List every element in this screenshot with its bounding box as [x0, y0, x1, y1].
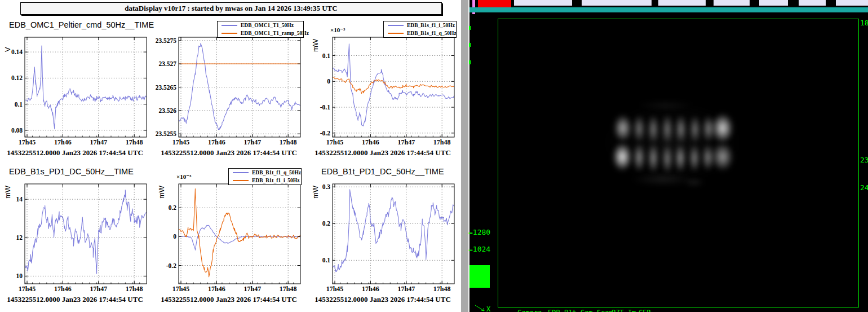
legend-entry: EDB_B1s_f1_i_50Hz — [384, 21, 456, 29]
toolbar-button-red[interactable] — [478, 0, 511, 7]
x-tick-label: 17h45 — [326, 285, 344, 293]
beam-lobe — [612, 142, 632, 172]
x-tick-label: 17h47 — [397, 138, 415, 146]
toolbar-button-lavender[interactable] — [582, 0, 652, 6]
plot-canvas: 0.080.10.120.1417h4517h4617h4717h48V — [0, 17, 154, 147]
camera-scale-label: 23 — [860, 156, 868, 164]
x-tick-label: 17h45 — [172, 138, 190, 146]
y-tick-label: 0.1 — [15, 101, 23, 108]
legend-entry: EDB_OMC1_T1_ramp_50Hz — [218, 29, 303, 37]
y-tick-label: 0.1 — [322, 257, 331, 263]
x-tick-label: 17h45 — [326, 138, 344, 146]
x-tick-label: 17h45 — [19, 138, 36, 146]
plot-canvas: 0.10.20.317h4517h4617h4717h48mW — [308, 164, 462, 293]
legend-label: EDB_OMC1_T1_ramp_50Hz — [241, 30, 309, 36]
plot-legend: EDB_B1s_f1_i_50HzEDB_B1s_f1_q_50Hz — [383, 21, 457, 38]
toolbar-button-lavender[interactable] — [714, 0, 750, 6]
plot-legend: EDB_OMC1_T1_50HzEDB_OMC1_T1_ramp_50Hz — [217, 21, 304, 38]
x-tick-label: 17h48 — [126, 285, 143, 293]
y-tick-label: 14 — [16, 196, 23, 203]
gps-timestamp: 1453225512.0000 Jan23 2026 17:44:54 UTC — [308, 148, 458, 157]
clipped-label-fragment — [469, 60, 471, 64]
plot-canvas: 10121417h4517h4617h4717h48mW — [0, 164, 154, 293]
gps-timestamp: 1453225512.0000 Jan23 2026 17:44:54 UTC — [154, 295, 304, 304]
legend-line-swatch — [388, 25, 404, 26]
y-tick-label: 0.2 — [322, 220, 331, 227]
y-axis-unit-label: mW — [157, 185, 166, 199]
beam-lobe — [662, 143, 673, 174]
legend-line-swatch — [388, 33, 404, 34]
toolbar-button-lavender[interactable] — [514, 0, 572, 6]
clipped-label-fragment — [469, 26, 471, 30]
clipped-label-fragment — [469, 43, 471, 47]
beam-lobe — [662, 113, 673, 145]
y-tick-label: 0.3 — [322, 183, 331, 190]
camera-scale-label: 18 — [860, 19, 868, 27]
beam-lobe — [711, 142, 734, 172]
vertical-scrollbar[interactable] — [461, 0, 470, 312]
plot-EDB_B1s_PD1_DC_50Hz__TIME: EDB_B1s_PD1_DC_50Hz__TIME10121417h4517h4… — [0, 164, 154, 309]
camera-panel: 182324 =1280=1024 X CameraEDB_B1t_Cam_Sc… — [470, 0, 868, 312]
toolbar-button-lavender[interactable] — [799, 0, 826, 6]
toolbar-button-lavender[interactable] — [836, 0, 868, 6]
gps-timestamp: 1453225512.0000 Jan23 2026 17:44:54 UTC — [0, 295, 150, 304]
data-display-panel: dataDisplay v10r17 : started by mwas on … — [0, 0, 461, 312]
camera-resolution-value: =1280 — [468, 228, 490, 236]
x-tick-label: 17h47 — [243, 285, 261, 293]
legend-line-swatch — [222, 25, 237, 26]
x-tick-label: 17h48 — [280, 138, 297, 146]
x-tick-label: 17h46 — [208, 138, 225, 146]
legend-entry: EDB_OMC1_T1_50Hz — [218, 21, 303, 29]
window-title: dataDisplay v10r17 : started by mwas on … — [125, 4, 337, 13]
x-tick-label: 17h45 — [172, 285, 190, 293]
window-title-bar: dataDisplay v10r17 : started by mwas on … — [20, 2, 442, 15]
camera-footer-label: PZT Im — [612, 309, 636, 312]
y-tick-label: -0.1 — [320, 104, 330, 111]
status-square-indicator — [470, 265, 490, 288]
y-tick-label: 0 — [173, 233, 176, 240]
y-axis-unit-label: mW — [3, 185, 12, 199]
y-tick-label: 0.14 — [11, 49, 23, 55]
y-tick-label: 0.1 — [322, 52, 331, 59]
y-tick-label: 23.526 — [158, 107, 176, 114]
y-axis-unit-label: mW — [311, 185, 320, 199]
x-tick-label: 17h46 — [54, 285, 72, 293]
camera-footer: X CameraEDB_B1t_Cam_ScanPZT ImCER — [470, 305, 868, 312]
beam-lobe — [635, 100, 697, 111]
y-tick-label: 10 — [16, 273, 23, 279]
y-tick-label: -0.2 — [166, 262, 176, 269]
beam-lobe — [633, 142, 645, 173]
plot-EDB_B1t_f1_q_50Hz: -0.200.217h4517h4617h4717h48mW×10⁻³EDB_B… — [154, 164, 308, 309]
toolbar-button-lavender[interactable] — [658, 0, 706, 6]
x-tick-label: 17h47 — [397, 285, 415, 293]
beam-lobe — [675, 114, 687, 144]
beam-lobe — [683, 178, 705, 187]
x-tick-label: 17h47 — [243, 138, 261, 146]
beam-lobe — [675, 143, 686, 173]
y-tick-label: 0.2 — [169, 204, 177, 211]
beam-lobe — [689, 115, 701, 144]
x-tick-label: 17h48 — [433, 285, 451, 293]
camera-resolution-value: =1024 — [468, 245, 490, 253]
y-tick-label: -0.2 — [320, 130, 330, 137]
legend-label: EDB_B1t_f1_q_50Hz — [252, 170, 301, 175]
plot-EDB_B1s_f1_i_50Hz: -0.2-0.100.117h4517h4617h4717h48mW×10⁻³E… — [308, 17, 462, 162]
toolbar-button-lavender[interactable] — [759, 0, 788, 6]
y-tick-label: 23.5255 — [156, 130, 177, 137]
y-tick-label: 23.527 — [158, 60, 176, 67]
legend-label: EDB_B1t_f1_i_50Hz — [252, 178, 299, 183]
camera-footer-label: CER — [639, 309, 651, 312]
beam-lobe — [648, 142, 659, 174]
beam-lobe — [711, 113, 734, 143]
x-tick-label: 17h48 — [280, 285, 297, 293]
application-window: dataDisplay v10r17 : started by mwas on … — [0, 0, 868, 312]
legend-entry: EDB_B1t_f1_q_50Hz — [229, 169, 301, 177]
beam-lobe — [613, 114, 632, 142]
x-tick-label: 17h46 — [208, 285, 225, 293]
plot-EDB_OMC1_T1_50Hz: 23.525523.52623.526523.52723.527517h4517… — [154, 17, 308, 162]
beam-lobe — [633, 114, 645, 143]
x-tick-label: 17h48 — [433, 138, 451, 146]
legend-entry: EDB_B1t_f1_i_50Hz — [229, 177, 301, 184]
legend-line-swatch — [222, 33, 237, 34]
legend-label: EDB_OMC1_T1_50Hz — [241, 23, 294, 28]
